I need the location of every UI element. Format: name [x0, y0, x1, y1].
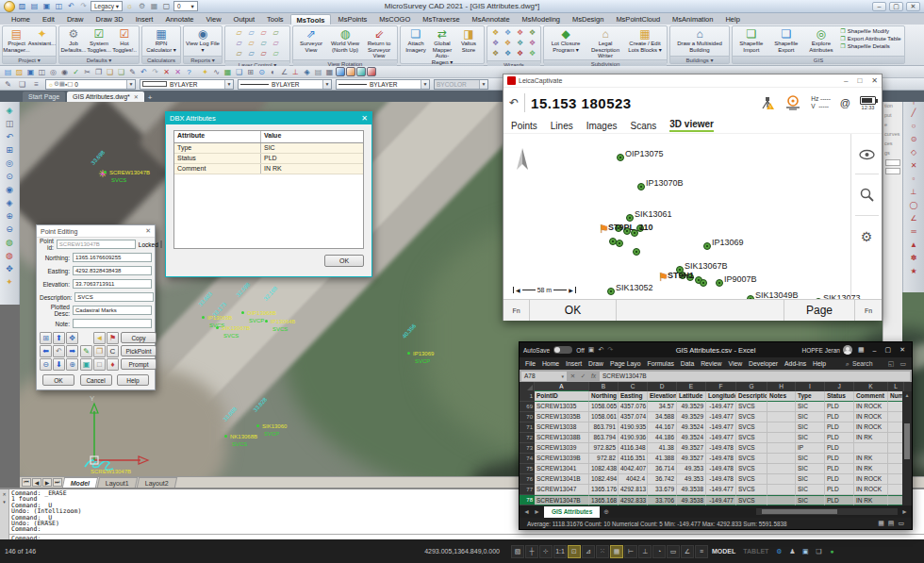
copy-icon[interactable]: ❐ — [93, 345, 106, 357]
cell[interactable] — [767, 402, 796, 412]
row-number[interactable]: 72 — [520, 433, 535, 443]
sheet-tab[interactable]: GIS Attributes — [544, 506, 600, 518]
ribbon-tab-mstools[interactable]: MsTools — [290, 14, 332, 25]
enter-icon[interactable]: ✓ — [579, 373, 587, 380]
field-note[interactable] — [73, 319, 152, 328]
survey-point-marker[interactable] — [616, 240, 623, 247]
open-file-icon[interactable]: ▨ — [14, 67, 25, 77]
cell[interactable]: PLD — [825, 485, 854, 495]
row-number[interactable]: 74 — [520, 454, 535, 464]
ribbon-tab-mspointcloud[interactable]: MsPointCloud — [610, 14, 666, 25]
ribbon-button-job-defaults---[interactable]: ⚙Job Defaults... — [61, 27, 87, 53]
cell[interactable]: PLD — [825, 412, 854, 422]
cell[interactable]: SCREW13039B — [535, 454, 589, 464]
ribbon-group-label[interactable]: GIS — [733, 56, 904, 63]
zoom-extents-icon[interactable]: ◍ — [4, 249, 16, 261]
application-menu-icon[interactable] — [4, 1, 15, 12]
maximize-button[interactable]: ▢ — [885, 346, 892, 354]
scrollbar-thumb[interactable] — [762, 509, 837, 514]
wizard-mini-icon[interactable]: ❖ — [514, 49, 526, 59]
pin-icon[interactable]: ♦ — [107, 358, 119, 371]
cell[interactable]: PLD — [825, 422, 854, 433]
zoom-window-icon[interactable]: ⊞ — [4, 143, 16, 156]
osnap-icon[interactable]: ⊙ — [256, 67, 267, 77]
cell[interactable]: 33.706 — [648, 495, 677, 505]
excel-menu-file[interactable]: File — [525, 360, 536, 367]
save-icon[interactable]: ▣ — [588, 346, 595, 354]
select-all-corner[interactable] — [520, 382, 535, 391]
layers-icon[interactable]: ❏ — [17, 79, 27, 90]
wizard-mini-icon[interactable]: ❖ — [526, 28, 538, 39]
ribbon-button-export-attribute-table[interactable]: ❐Export Attribute Table — [840, 35, 900, 41]
move-right-icon[interactable]: ➡ — [66, 345, 78, 357]
ok-button[interactable]: OK — [42, 374, 74, 386]
settings-gear-icon[interactable]: ⚙ — [772, 545, 785, 558]
sheet-prev-icon[interactable]: ◄ — [523, 508, 530, 515]
cell[interactable]: -149.477 — [706, 433, 736, 443]
cell[interactable]: -149.477 — [706, 402, 736, 412]
wizard-mini-icon[interactable]: ❖ — [489, 39, 502, 49]
instrument-tripod-icon[interactable]: ! — [760, 95, 775, 110]
map-point-marker[interactable] — [265, 320, 268, 323]
page-button[interactable]: Page — [784, 300, 855, 321]
cell[interactable]: 4292.833 — [619, 495, 648, 505]
new-icon[interactable]: ▤ — [29, 1, 40, 11]
map-point-marker[interactable] — [216, 326, 219, 329]
cell[interactable]: PLD — [825, 433, 854, 443]
locked-checkbox[interactable] — [160, 240, 162, 248]
dbx-dialog-titlebar[interactable]: DBX Attributes ✕ — [166, 112, 371, 124]
layer-mini-icon[interactable]: ▱ — [233, 28, 245, 39]
excel-menu-home[interactable]: Home — [542, 360, 559, 367]
match-properties-icon[interactable]: ✎ — [127, 67, 138, 77]
zoom-object-icon[interactable]: ◈ — [4, 196, 16, 208]
new-tab-icon[interactable]: + — [148, 93, 153, 102]
cell[interactable]: 4292.813 — [619, 485, 648, 495]
microsurvey-icon[interactable]: ◈ — [4, 104, 16, 116]
table-row[interactable]: 73SCREW13039972.8254116.34841.3849.3527-… — [520, 443, 912, 454]
snap-tool-icon[interactable]: ★ — [908, 265, 920, 277]
microsurvey-app-icon[interactable] — [336, 67, 345, 76]
zoom-scale-icon[interactable]: ⊙ — [4, 170, 16, 182]
snap-tool-icon[interactable]: ▲ — [908, 239, 920, 251]
wizard-mini-icon[interactable]: ❖ — [526, 39, 538, 49]
snap-tool-icon[interactable]: ◯ — [908, 199, 920, 211]
cell[interactable] — [767, 495, 796, 505]
field-northing[interactable] — [73, 253, 152, 262]
grid-dots-icon[interactable]: ⁙ — [596, 545, 609, 558]
doc-tab-gis-attributes-dwg-[interactable]: GIS Attributes.dwg*✕ — [67, 91, 144, 102]
cell[interactable]: PLD — [825, 443, 854, 454]
save-file-icon[interactable]: ▣ — [25, 67, 36, 77]
panel-input[interactable] — [885, 159, 900, 166]
edit-icon[interactable]: ✎ — [80, 345, 92, 357]
cell[interactable]: 34.57 — [648, 402, 677, 412]
fields-icon[interactable]: ▤ — [313, 67, 323, 77]
cell[interactable]: SCREW13041B — [535, 474, 589, 485]
c-button[interactable]: C — [107, 345, 119, 357]
pen-icon[interactable]: ✎ — [3, 79, 13, 90]
help-icon[interactable]: ? — [184, 67, 194, 77]
cell[interactable]: IN RK — [854, 495, 888, 505]
cell[interactable]: 4042.407 — [619, 464, 648, 474]
zoom-dynamic-icon[interactable]: ◎ — [4, 157, 16, 169]
excel-menu-page-layo[interactable]: Page Layo — [610, 360, 641, 367]
snap-tool-icon[interactable]: ▫ — [908, 173, 920, 185]
ucs-icon[interactable]: ⊥ — [290, 67, 301, 77]
survey-point-marker[interactable] — [703, 242, 711, 250]
zoom-previous-icon[interactable]: ↶ — [4, 130, 16, 142]
cell[interactable]: 34.588 — [648, 412, 677, 422]
layer-mini-icon[interactable]: ▱ — [233, 39, 245, 49]
ribbon-button-lot-closure-program--[interactable]: ◆Lot Closure Program ▾ — [546, 27, 586, 53]
gear-icon[interactable]: ⚙ — [137, 1, 147, 11]
column-header-F[interactable]: F — [706, 382, 736, 391]
excel-menu-draw[interactable]: Draw — [588, 360, 603, 367]
minimize-button[interactable]: – — [872, 2, 886, 11]
ribbon-group-label[interactable]: Buildings ▾ — [670, 56, 729, 63]
ribbon-button-shapefile-export[interactable]: ❏Shapefile Export — [768, 27, 803, 53]
row-number[interactable]: 78 — [520, 495, 535, 505]
prompt-button[interactable]: Prompt — [121, 358, 157, 370]
column-header-H[interactable]: H — [767, 382, 796, 391]
ribbon-button-view-log-file--[interactable]: ◉View Log File ▾ — [185, 27, 221, 53]
flag-icon[interactable]: ⚑ — [107, 332, 119, 344]
cell[interactable]: IP — [796, 443, 825, 454]
cell[interactable]: 4116.348 — [619, 443, 648, 454]
